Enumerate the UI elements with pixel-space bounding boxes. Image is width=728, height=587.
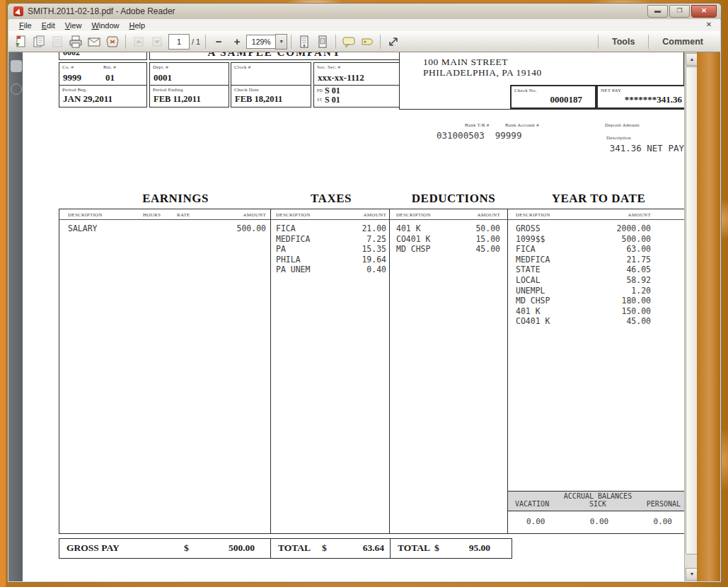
title-bar[interactable]: SMITH.2011-02-18.pdf - Adobe Reader ▬ ❐ … [8,4,721,20]
check-number-label: Check No. [514,88,537,93]
description-value: NET PAY [647,143,684,153]
maximize-icon[interactable]: ❐ [669,5,690,18]
table-row: FICA63.00 [516,244,651,255]
table-row: PA15.35 [276,244,386,255]
stub-top-number: 0002 [63,52,80,58]
deposit-amount-value: 341.36 [610,143,642,153]
tools-button[interactable]: Tools [602,35,645,49]
email-icon[interactable] [86,33,103,50]
adobe-reader-icon [13,6,23,16]
check-date-box: Check Date FEB 18,2011 [231,85,311,107]
stamp-icon[interactable] [104,33,121,50]
menu-window[interactable]: Window [86,21,124,30]
earnings-hours-header: HOURS [143,212,161,218]
period-begin-box: Period Beg. JAN 29,2011 [59,85,147,107]
page-thumbnails-icon[interactable] [11,60,22,72]
deposit-amount-label: Deposit Amount [605,122,640,128]
divider-earnings-taxes [270,209,271,533]
dept-value: 0001 [154,72,172,83]
taxes-rows: FICA21.00 MEDFICA7.25 PA15.35 PHILA19.64… [276,223,386,275]
check-date-label: Check Date [234,87,259,93]
menu-help[interactable]: Help [125,21,151,30]
page-number-input[interactable] [168,34,190,50]
accrual-col-personal: PERSONAL [647,500,681,508]
table-row: PA UNEM0.40 [276,265,386,275]
address-line-1: 100 MAIN STREET [423,57,508,68]
gross-pay-total: GROSS PAY $ 500.00 [59,539,270,558]
highlight-text-icon[interactable] [359,33,376,50]
stub-company-box: A SAMPLE COMPANY [149,52,400,60]
divider-deductions-ytd [507,209,508,533]
divider-taxes-deductions [389,209,390,533]
table-row: UNEMPL1.20 [516,286,651,296]
next-page-icon[interactable] [149,33,166,50]
open-icon[interactable] [12,33,29,50]
zoom-in-icon[interactable]: + [229,33,245,50]
menu-view[interactable]: View [60,21,87,30]
earnings-desc-header: DESCRIPTION [68,212,103,218]
dept-box: Dept. # 0001 [149,62,229,86]
gross-pay-value: 500.00 [229,542,255,554]
table-row: FICA21.00 [276,223,386,234]
menu-bar: File Edit View Window Help ✕ [8,19,720,32]
zoom-dropdown-icon[interactable]: ▼ [275,34,287,50]
print-icon[interactable] [67,33,84,50]
table-row: MEDFICA7.25 [276,234,386,245]
table-row: 401 K150.00 [516,306,651,317]
net-pay-box: NET PAY *******341.36 [596,85,684,109]
previous-page-icon[interactable] [130,33,147,50]
toolbar: / 1 − + 129% ▼ Tools Comment [8,31,720,52]
stub-company-name: A SAMPLE COMPANY [207,52,341,58]
deductions-total-label: TOTAL [398,542,430,554]
adobe-reader-window: SMITH.2011-02-18.pdf - Adobe Reader ▬ ❐ … [7,3,722,583]
description-label: Description [606,135,631,141]
accrual-personal-value: 0.00 [654,517,673,526]
gross-pay-currency: $ [184,542,189,554]
deposit-info: Deposit Amount Description 341.36 NET PA… [585,117,684,153]
table-row: MD CHSP180.00 [516,296,651,306]
table-row: SALARY500.00 [68,223,266,234]
accrual-balances: ACCRUAL BALANCES VACATION SICK PERSONAL … [508,491,684,534]
desktop-edge-strip [697,52,720,581]
check-date-value: FEB 18,2011 [235,94,282,105]
minimize-icon[interactable]: ▬ [647,5,668,18]
taxes-total-label: TOTAL [278,542,311,554]
window-title: SMITH.2011-02-18.pdf - Adobe Reader [28,6,175,16]
co-label: Co. # [62,64,74,70]
taxes-total: TOTAL $ 63.64 [270,539,390,558]
ssn-label: Soc. Sec. # [317,64,340,70]
save-copy-icon[interactable] [49,33,66,50]
taxes-total-value: 63.64 [363,542,384,554]
close-icon[interactable]: ✕ [691,5,717,18]
page-scrolling-icon[interactable] [296,33,313,50]
deductions-title: DEDUCTIONS [383,192,524,206]
zoom-out-icon[interactable]: − [210,33,227,50]
share-icon[interactable] [385,33,402,50]
period-begin-value: JAN 29,2011 [63,93,112,105]
bank-tr-value: 031000503 [437,130,485,141]
check-number-value: 0000187 [550,94,583,105]
close-document-icon[interactable]: ✕ [704,21,714,28]
menu-file[interactable]: File [14,21,37,30]
accrual-vacation-value: 0.00 [526,517,545,526]
accrual-sick-value: 0.00 [590,517,609,526]
single-page-icon[interactable] [314,33,331,50]
attachments-icon[interactable] [11,83,22,95]
taxes-amount-header: AMOUNT [342,212,386,218]
net-pay-label: NET PAY [601,88,621,93]
state-status-value: S 01 [325,95,340,105]
ssn-value: xxx-xx-1112 [318,72,364,83]
deductions-total: TOTAL $ 95.00 [390,539,512,558]
sticky-note-icon[interactable] [340,33,357,50]
batch-value: 01 [105,72,115,83]
save-icon[interactable] [30,33,47,50]
comment-button[interactable]: Comment [652,35,713,49]
pdf-page: 0002 A SAMPLE COMPANY Co. # Bat. # 9999 … [23,52,684,581]
document-area: 0002 A SAMPLE COMPANY Co. # Bat. # 9999 … [8,52,720,581]
table-row: CO401 K45.00 [516,316,651,327]
table-row: 401 K50.00 [396,223,500,234]
menu-edit[interactable]: Edit [37,21,60,30]
bank-info: Bank T/R # Bank Account # 031000503 9999… [437,117,539,141]
zoom-level-value[interactable]: 129% [246,35,275,49]
filing-status-box: FD S 01 ST S 01 [313,85,400,107]
